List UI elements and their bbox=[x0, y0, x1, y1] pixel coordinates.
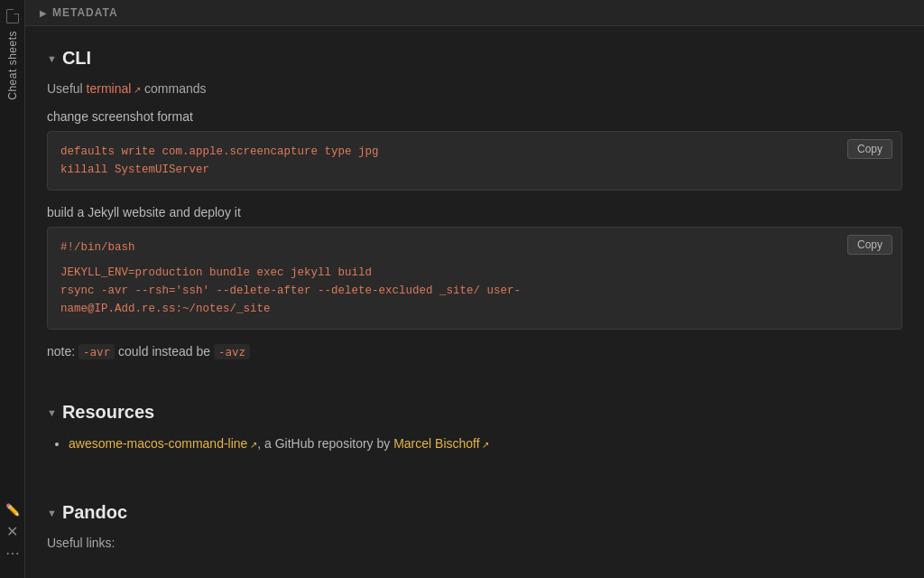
main-content: ▶ METADATA ▼ CLI Useful terminal command… bbox=[25, 0, 924, 578]
metadata-arrow: ▶ bbox=[40, 8, 47, 18]
resources-section-header: ▼ Resources bbox=[47, 402, 902, 423]
cli-section-header: ▼ CLI bbox=[47, 48, 902, 69]
code-line-1-1: defaults write com.apple.screencapture t… bbox=[60, 143, 889, 161]
code-line-2-3: name@IP.Add.re.ss:~/notes/_site bbox=[60, 300, 889, 318]
code-shebang: #!/bin/bash bbox=[60, 238, 889, 256]
list-item: awesome-macos-command-line, a GitHub rep… bbox=[69, 434, 902, 453]
note-middle: could instead be bbox=[115, 344, 214, 359]
code-line-2-2: rsync -avr --rsh='ssh' --delete-after --… bbox=[60, 282, 889, 300]
divider-1 bbox=[47, 377, 902, 395]
block2-label: build a Jekyll website and deploy it bbox=[47, 205, 902, 219]
cli-description: Useful terminal commands bbox=[47, 79, 902, 98]
content-area: ▼ CLI Useful terminal commands change sc… bbox=[25, 26, 924, 578]
cli-title: CLI bbox=[62, 48, 91, 69]
author-link[interactable]: Marcel Bischoff bbox=[393, 436, 489, 451]
divider-2 bbox=[47, 459, 902, 477]
cli-desc-suffix: commands bbox=[141, 81, 206, 96]
code-line-1-2: killall SystemUIServer bbox=[60, 161, 889, 179]
doc-icon bbox=[6, 9, 19, 23]
metadata-bar[interactable]: ▶ METADATA bbox=[25, 0, 924, 26]
resource-suffix: , a GitHub repository by bbox=[257, 436, 393, 451]
code-block-1: Copy defaults write com.apple.screencapt… bbox=[47, 131, 902, 191]
cli-arrow[interactable]: ▼ bbox=[47, 53, 57, 64]
sidebar-bottom-icons: ✏️ ✕ ⋯ bbox=[5, 502, 20, 560]
edit-icon[interactable]: ✏️ bbox=[5, 502, 20, 517]
pandoc-description: Useful links: bbox=[47, 534, 902, 553]
close-icon[interactable]: ✕ bbox=[5, 524, 20, 538]
dots-icon[interactable]: ⋯ bbox=[5, 545, 20, 560]
resources-list: awesome-macos-command-line, a GitHub rep… bbox=[47, 434, 902, 453]
note-prefix: note: bbox=[47, 344, 79, 359]
awesome-macos-link[interactable]: awesome-macos-command-line bbox=[69, 436, 257, 451]
terminal-link[interactable]: terminal bbox=[87, 81, 142, 96]
code-line-2-1: JEKYLL_ENV=production bundle exec jekyll… bbox=[60, 264, 889, 282]
sidebar-title[interactable]: Cheat sheets bbox=[6, 31, 19, 100]
code-block-2: Copy #!/bin/bash JEKYLL_ENV=production b… bbox=[47, 227, 902, 330]
divider-3 bbox=[47, 477, 902, 495]
pandoc-section-header: ▼ Pandoc bbox=[47, 502, 902, 523]
block1-label: change screenshot format bbox=[47, 109, 902, 124]
sidebar: Cheat sheets ✏️ ✕ ⋯ bbox=[0, 0, 25, 578]
cli-desc-prefix: Useful bbox=[47, 81, 87, 96]
metadata-label: METADATA bbox=[52, 6, 118, 19]
pandoc-title: Pandoc bbox=[62, 502, 127, 523]
resources-arrow[interactable]: ▼ bbox=[47, 407, 57, 418]
pandoc-arrow[interactable]: ▼ bbox=[47, 508, 57, 518]
note-code1: -avr bbox=[79, 344, 115, 359]
copy-button-2[interactable]: Copy bbox=[847, 235, 892, 255]
resources-section: ▼ Resources awesome-macos-command-line, … bbox=[47, 402, 902, 453]
note-line: note: -avr could instead be -avz bbox=[47, 344, 902, 359]
note-code2: -avz bbox=[214, 344, 250, 359]
resources-title: Resources bbox=[62, 402, 154, 423]
copy-button-1[interactable]: Copy bbox=[847, 139, 892, 159]
